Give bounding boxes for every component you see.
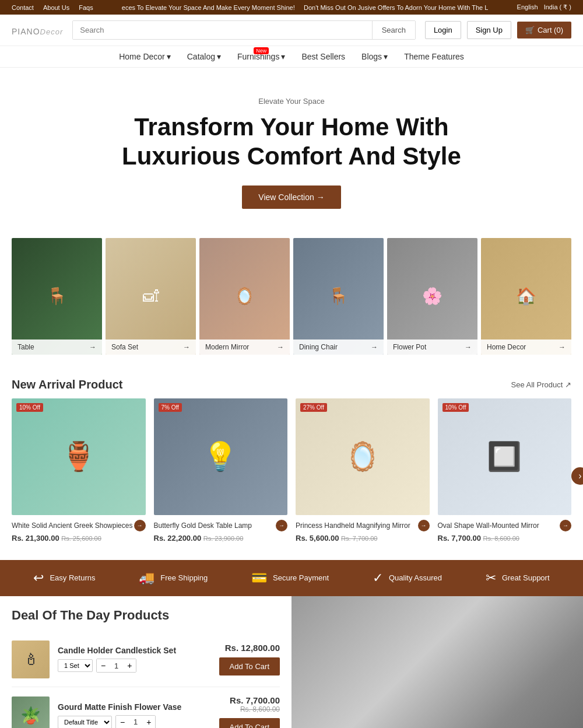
category-table[interactable]: 🪑 Table→ [12,238,102,355]
contact-link[interactable]: Contact [12,4,34,11]
product-price-2: Rs. 22,200.00 Rs. 23,900.00 [154,534,288,542]
about-link[interactable]: About Us [43,4,69,11]
feature-easy-returns: ↩ Easy Returns [33,570,95,586]
products-next-arrow[interactable]: › [571,467,583,485]
signup-button[interactable]: Sign Up [467,21,511,39]
category-mirror[interactable]: 🪞 Modern Mirror→ [199,238,290,355]
deal-left: Deal Of The Day Products 🕯 Candle Holder… [0,596,292,728]
deal-product-variant-1: 1 Set − 1 + [58,659,211,673]
feature-label: Free Shipping [160,573,208,582]
payment-icon: 💳 [251,570,267,586]
header-actions: Login Sign Up 🛒 Cart (0) [425,21,571,39]
deal-price-area-2: Rs. 7,700.00 Rs. 8,600.00 Add To Cart [219,695,280,728]
cart-button[interactable]: 🛒 Cart (0) [517,22,571,38]
product-price-4: Rs. 7,700.00 Rs. 8,600.00 [438,534,572,542]
deal-product-variant-2: Default Title − 1 + [58,715,211,728]
add-to-cart-button-2[interactable]: Add To Cart [219,718,280,728]
product-name-3: Princess Handheld Magnifying Mirror → [296,520,430,531]
new-arrivals-header: New Arrival Product See All Product ↗ [0,366,583,398]
qty-value-2: 1 [129,718,142,726]
category-dining[interactable]: 🪑 Dining Chair→ [293,238,384,355]
deal-price-area-1: Rs. 12,800.00 Add To Cart [219,643,280,676]
nav-item-furnishings[interactable]: New Furnishings ▾ [237,52,285,61]
category-sofa[interactable]: 🛋 Sofa Set→ [106,238,196,355]
product-card-1[interactable]: 🏺 10% Off White Solid Ancient Greek Show… [12,398,146,542]
nav-item-home-decor[interactable]: Home Decor ▾ [119,52,171,61]
feature-label: Quality Assured [389,573,442,582]
product-image-1: 🏺 10% Off [12,398,146,515]
product-image-2: 💡 7% Off [154,398,288,515]
qty-increase-1[interactable]: + [123,659,136,672]
section-title: New Arrival Product [12,378,122,391]
deal-product-1: 🕯 Candle Holder Candlestick Set 1 Set − … [12,632,280,687]
faqs-link[interactable]: Faqs [79,4,93,11]
add-to-cart-button-1[interactable]: Add To Cart [219,657,280,676]
product-image-4: 🔲 10% Off [438,398,572,515]
returns-icon: ↩ [33,570,44,586]
variant-select-2[interactable]: Default Title [58,716,112,728]
support-icon: ✂ [486,570,496,586]
deal-product-image-1: 🕯 [12,640,50,678]
deal-section: Deal Of The Day Products 🕯 Candle Holder… [0,596,583,728]
deal-price-new-1: Rs. 12,800.00 [219,643,280,653]
category-home-decor[interactable]: 🏠 Home Decor→ [481,238,571,355]
logo[interactable]: PIANODecor [12,23,63,38]
nav-item-blogs[interactable]: Blogs ▾ [361,52,388,61]
discount-badge-1: 10% Off [16,403,43,412]
see-all-link[interactable]: See All Product ↗ [511,380,572,389]
qty-increase-2[interactable]: + [142,716,155,728]
feature-quality-assured: ✓ Quality Assured [373,570,442,586]
product-card-3[interactable]: 🪞 27% Off Princess Handheld Magnifying M… [296,398,430,542]
category-label: Home Decor→ [481,340,571,355]
qty-decrease-2[interactable]: − [116,716,129,728]
top-bar-marquee: eces To Elevate Your Space And Make Ever… [93,4,517,11]
currency-selector[interactable]: India ( ₹ ) [544,4,571,11]
product-name-1: White Solid Ancient Greek Showpieces → [12,520,146,531]
qty-control-1: − 1 + [96,659,136,673]
category-label: Modern Mirror→ [199,340,290,355]
category-label: Sofa Set→ [106,340,196,355]
product-grid: 🏺 10% Off White Solid Ancient Greek Show… [0,398,583,554]
deal-price-old-2: Rs. 8,600.00 [219,705,280,713]
deal-right-image: Promotional Image [292,596,583,728]
features-bar: ↩ Easy Returns 🚚 Free Shipping 💳 Secure … [0,560,583,596]
feature-secure-payment: 💳 Secure Payment [251,570,329,586]
category-grid: 🪑 Table→ 🛋 Sofa Set→ 🪞 Modern Mirror→ 🪑 … [0,226,583,366]
product-card-4[interactable]: 🔲 10% Off Oval Shape Wall-Mounted Mirror… [438,398,572,542]
product-arrow-1[interactable]: → [134,520,146,531]
product-card-2[interactable]: 💡 7% Off Butterfly Gold Desk Table Lamp … [154,398,288,542]
search-input[interactable] [73,21,371,39]
top-bar-links: Contact About Us Faqs [12,4,93,11]
hero-section: Elevate Your Space Transform Your Home W… [0,68,583,226]
shipping-icon: 🚚 [139,570,154,586]
variant-select-1[interactable]: 1 Set [58,659,93,672]
product-arrow-2[interactable]: → [276,520,287,531]
top-bar: Contact About Us Faqs eces To Elevate Yo… [0,0,583,15]
deal-product-name-1: Candle Holder Candlestick Set [58,646,211,655]
product-arrow-3[interactable]: → [418,520,430,531]
quality-icon: ✓ [373,570,383,586]
deal-product-2: 🪴 Gourd Matte Finish Flower Vase Default… [12,687,280,728]
nav-item-best-sellers[interactable]: Best Sellers [301,52,345,61]
hero-title: Transform Your Home With Luxurious Comfo… [12,113,571,172]
search-button[interactable]: Search [372,21,415,39]
discount-badge-3: 27% Off [300,403,327,412]
category-flowerpot[interactable]: 🌸 Flower Pot→ [387,238,477,355]
nav-item-catalog[interactable]: Catalog ▾ [187,52,221,61]
qty-decrease-1[interactable]: − [97,659,110,672]
product-image-3: 🪞 27% Off [296,398,430,515]
furnishings-badge: New [254,47,269,54]
feature-free-shipping: 🚚 Free Shipping [139,570,208,586]
deal-title: Deal Of The Day Products [12,608,280,623]
deal-product-info-2: Gourd Matte Finish Flower Vase Default T… [58,702,211,728]
nav-item-theme-features[interactable]: Theme Features [404,52,464,61]
navigation: Home Decor ▾ Catalog ▾ New Furnishings ▾… [0,46,583,68]
language-selector[interactable]: English [517,4,538,11]
login-button[interactable]: Login [425,21,461,39]
discount-badge-4: 10% Off [442,403,469,412]
feature-label: Easy Returns [50,573,95,582]
product-arrow-4[interactable]: → [560,520,571,531]
view-collection-button[interactable]: View Collection → [242,186,340,209]
feature-great-support: ✂ Great Support [486,570,550,586]
qty-control-2: − 1 + [115,715,156,728]
